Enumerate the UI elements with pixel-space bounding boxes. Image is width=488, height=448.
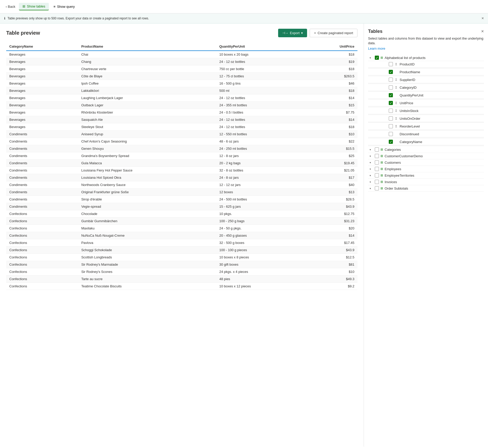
table-cell: $18 xyxy=(307,65,357,73)
field-checkbox[interactable] xyxy=(389,78,393,82)
table-cell: $13 xyxy=(307,189,357,196)
field-checkbox[interactable] xyxy=(389,132,393,136)
info-close-button[interactable]: × xyxy=(482,16,484,21)
tree-field-item[interactable]: ✓CategoryName xyxy=(368,139,484,145)
table-cell: 12 - 75 cl bottles xyxy=(216,73,307,80)
table-name-label: EmployeeTerritories xyxy=(385,174,414,177)
table-cell: Beverages xyxy=(6,109,78,116)
tables-panel: Tables × Select tables and columns from … xyxy=(364,24,488,447)
chevron-icon: ▾ xyxy=(370,181,373,183)
tree-field-item[interactable]: ΣUnitsOnOrder xyxy=(368,115,484,122)
table-panel: Table preview ⊣→ Export ▾ + Create pagin… xyxy=(0,24,364,447)
table-cell: 12 boxes xyxy=(216,189,307,196)
table-row: ConfectionsScottish Longbreads10 boxes x… xyxy=(6,254,357,261)
table-cell: 24 - 12 oz bottles xyxy=(216,116,307,123)
table-row: BeveragesChai10 boxes x 20 bags$18 xyxy=(6,51,357,58)
table-row: CondimentsChef Anton's Cajun Seasoning48… xyxy=(6,138,357,145)
tree-table-item[interactable]: ▾⊞Categories xyxy=(368,146,484,153)
table-cell: Beverages xyxy=(6,94,78,102)
query-icon: ≡ xyxy=(54,5,56,9)
tree-table-item[interactable]: ▾⊞Order Subtotals xyxy=(368,185,484,192)
field-checkbox[interactable]: ✓ xyxy=(389,101,393,105)
sigma-icon: Σ xyxy=(394,63,398,66)
table-cell: $43.9 xyxy=(307,247,357,254)
table-cell: $263.5 xyxy=(307,73,357,80)
table-cell: $10 xyxy=(307,131,357,138)
tree-table-item[interactable]: ▾⊞EmployeeTerritories xyxy=(368,172,484,179)
table-cell: Sir Rodney's Scones xyxy=(78,268,216,275)
table-cell: $31.23 xyxy=(307,218,357,225)
back-button[interactable]: ‹ Back xyxy=(3,3,18,10)
table-checkbox[interactable] xyxy=(375,160,379,165)
tree-field-item[interactable]: ✓ΣUnitPrice xyxy=(368,100,484,106)
table-cell: 12 - 550 ml bottles xyxy=(216,131,307,138)
tree-table-item[interactable]: ▾⊞Customers xyxy=(368,159,484,166)
table-cell: Condiments xyxy=(6,152,78,160)
table-cell: Beverages xyxy=(6,116,78,123)
table-checkbox[interactable] xyxy=(375,154,379,158)
tree-field-item[interactable]: ✓ProductName xyxy=(368,69,484,75)
field-checkbox[interactable]: ✓ xyxy=(389,93,393,97)
table-cell: Lakkaliköori xyxy=(78,87,216,94)
table-cell: 24 - 50 g pkgs. xyxy=(216,225,307,232)
col-product-name: ProductName xyxy=(78,42,216,51)
table-cell: Grandma's Boysenberry Spread xyxy=(78,152,216,160)
tree-field-item[interactable]: ΣReorderLevel xyxy=(368,123,484,130)
table-grid-icon: ⊞ xyxy=(380,167,383,171)
info-icon: ℹ xyxy=(4,17,5,20)
show-tables-tab[interactable]: ⊞ Show tables xyxy=(19,3,49,10)
table-cell: 24 - 355 ml bottles xyxy=(216,102,307,109)
table-cell: 24 - 12 oz bottles xyxy=(216,94,307,102)
show-query-tab[interactable]: ≡ Show query xyxy=(50,3,78,10)
table-checkbox[interactable] xyxy=(375,147,379,152)
field-checkbox[interactable] xyxy=(389,62,393,66)
back-label: Back xyxy=(8,5,15,9)
tree-table-item[interactable]: ▾⊞CustomerCustomerDemo xyxy=(368,153,484,159)
table-checkbox[interactable] xyxy=(375,186,379,190)
chevron-icon: ▾ xyxy=(370,187,373,190)
table-row: ConfectionsSir Rodney's Marmalade30 gift… xyxy=(6,261,357,268)
tree-field-item[interactable]: ΣProductID xyxy=(368,61,484,68)
tree-table-item[interactable]: ▾⊞Invoices xyxy=(368,179,484,185)
table-cell: Northwoods Cranberry Sauce xyxy=(78,181,216,189)
create-paginated-button[interactable]: + Create paginated report xyxy=(310,29,357,37)
field-name-label: UnitsOnOrder xyxy=(400,117,420,121)
table-checkbox[interactable] xyxy=(375,167,379,171)
field-checkbox[interactable] xyxy=(389,116,393,121)
tree-field-item[interactable]: ΣCategoryID xyxy=(368,84,484,91)
table-cell: 12 - 12 oz jars xyxy=(216,181,307,189)
tree-field-item[interactable]: ✓QuantityPerUnit xyxy=(368,92,484,99)
table-grid-icon: ⊞ xyxy=(380,154,383,158)
table-row: BeveragesOutback Lager24 - 355 ml bottle… xyxy=(6,102,357,109)
learn-more-link[interactable]: Learn more xyxy=(368,47,385,50)
table-cell: Beverages xyxy=(6,102,78,109)
field-checkbox[interactable] xyxy=(389,124,393,128)
field-checkbox[interactable] xyxy=(389,109,393,113)
field-checkbox[interactable] xyxy=(389,85,393,89)
field-checkbox[interactable]: ✓ xyxy=(389,140,393,144)
tree-field-item[interactable]: ΣUnitsInStock xyxy=(368,108,484,114)
table-head: CategoryName ProductName QuantityPerUnit… xyxy=(6,42,357,51)
field-name-label: QuantityPerUnit xyxy=(400,93,423,97)
table-cell: Chang xyxy=(78,58,216,65)
field-name-label: SupplierID xyxy=(400,78,415,82)
tables-close-button[interactable]: × xyxy=(481,29,484,34)
table-row: BeveragesLakkaliköori500 ml$18 xyxy=(6,87,357,94)
export-button[interactable]: ⊣→ Export ▾ xyxy=(278,29,307,37)
field-checkbox[interactable]: ✓ xyxy=(389,70,393,74)
tree-field-item[interactable]: Discontinued xyxy=(368,131,484,137)
table-cell: Condiments xyxy=(6,174,78,181)
table-cell: 10 boxes x 20 bags xyxy=(216,51,307,58)
tables-panel-header: Tables × xyxy=(368,29,484,34)
table-cell: NuNuCa Nuß-Nougat-Creme xyxy=(78,232,216,239)
table-checkbox[interactable] xyxy=(375,173,379,177)
tree-table-item[interactable]: ▾✓⊞Alphabetical list of products xyxy=(368,55,484,61)
table-cell: $18 xyxy=(307,123,357,131)
tree-table-item[interactable]: ▾⊞Employees xyxy=(368,166,484,172)
table-checkbox[interactable] xyxy=(375,180,379,184)
table-cell: Chai xyxy=(78,51,216,58)
table-checkbox[interactable]: ✓ xyxy=(375,56,379,60)
table-cell: Confections xyxy=(6,254,78,261)
table-cell: 30 gift boxes xyxy=(216,261,307,268)
tree-field-item[interactable]: ΣSupplierID xyxy=(368,77,484,83)
